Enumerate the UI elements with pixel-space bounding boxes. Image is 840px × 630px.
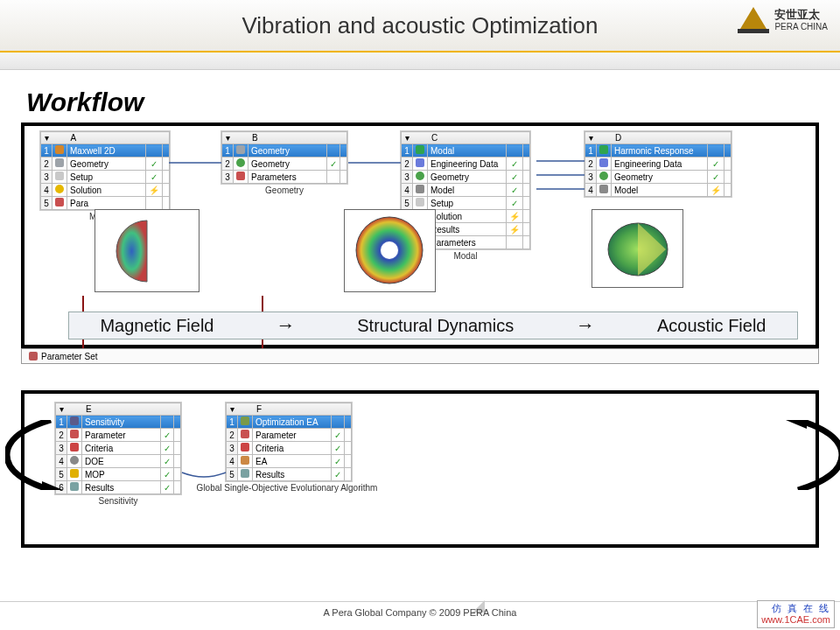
setup-icon (416, 198, 424, 206)
system-f: ▾ F 1Optimization EA 2Parameter✓ 3Criter… (226, 402, 392, 493)
section-title: Workflow (26, 88, 819, 117)
geometry-icon (599, 172, 608, 180)
footer-text: A Pera Global Company © 2009 PERA China (324, 607, 517, 618)
preview-maxwell-icon (108, 216, 186, 286)
parameters-icon (236, 172, 245, 180)
col-c: C (431, 133, 438, 143)
cell-c5: Setup (428, 197, 507, 210)
cell-e6: Results (82, 481, 161, 494)
cell-b2: Geometry (248, 158, 327, 171)
cell-e3: Criteria (82, 442, 161, 455)
mop-icon (70, 469, 79, 478)
cell-f1: Optimization EA (253, 416, 332, 429)
parameter-set-bar: Parameter Set (21, 348, 819, 364)
system-a: ▾ A 1Maxwell 2D 2Geometry✓ 3Setup✓ 4Solu… (40, 131, 170, 221)
cell-e2: Parameter (82, 429, 161, 442)
cell-e5: MOP (82, 468, 161, 481)
flow-label-2: Structural Dynamics (357, 316, 514, 336)
flow-label-3: Acoustic Field (657, 316, 766, 336)
cell-d4: Model (612, 184, 708, 197)
model-icon (599, 185, 608, 193)
col-a: A (70, 133, 76, 143)
geometry-icon (55, 158, 64, 167)
cell-a4: Solution (67, 184, 146, 197)
system-e: ▾ E 1Sensitivity 2Parameter✓ 3Criteria✓ … (55, 402, 181, 506)
logo-text: 安世亚太 PERA CHINA (774, 9, 828, 31)
watermark-title: 仿 真 在 线 (761, 603, 830, 614)
cell-f5: Results (253, 468, 332, 481)
maxwell-icon (55, 145, 64, 154)
svg-marker-6 (786, 420, 807, 429)
cell-c6: Solution (428, 210, 507, 223)
footer: A Pera Global Company © 2009 PERA China (0, 601, 840, 618)
optimization-icon (241, 416, 249, 425)
arrow-icon: → (576, 314, 595, 337)
results-icon (241, 469, 249, 478)
system-d: ▾ D 1Harmonic Response 2Engineering Data… (584, 131, 732, 197)
company-logo: 安世亚太 PERA CHINA (738, 7, 828, 33)
cell-c3: Geometry (428, 171, 507, 184)
cell-a3: Setup (67, 171, 146, 184)
workflow-bottom-box: ▾ E 1Sensitivity 2Parameter✓ 3Criteria✓ … (21, 390, 819, 548)
geometry-icon (236, 145, 245, 154)
loop-arrow-left-icon (5, 420, 66, 490)
cell-d3: Geometry (612, 171, 708, 184)
svg-marker-5 (42, 481, 63, 490)
arrow-icon: → (276, 314, 295, 337)
system-b: ▾ B 1Geometry 2Geometry✓ 3Parameters Geo… (221, 131, 347, 195)
engdata-icon (599, 158, 608, 167)
cell-c4: Model (428, 184, 507, 197)
dm-icon (236, 158, 245, 167)
cell-c8: Parameters (428, 236, 507, 249)
svg-point-1 (381, 242, 398, 259)
setup-icon (55, 172, 64, 180)
cell-f2: Parameter (253, 429, 332, 442)
cell-a5: Para (67, 197, 146, 210)
model-icon (416, 185, 424, 193)
label-e: Sensitivity (55, 496, 181, 506)
cell-d2: Engineering Data (612, 158, 708, 171)
preview-maxwell (94, 209, 200, 292)
preview-harmonic-icon (603, 216, 673, 282)
col-b: B (252, 133, 258, 143)
logo-main: 安世亚太 (774, 9, 828, 21)
criteria-icon (70, 443, 79, 452)
harmonic-icon (599, 145, 608, 154)
cell-a2: Geometry (67, 158, 146, 171)
engdata-icon (416, 158, 424, 167)
system-a-table: ▾ A 1Maxwell 2D 2Geometry✓ 3Setup✓ 4Solu… (40, 131, 170, 210)
cell-c2: Engineering Data (428, 158, 507, 171)
preview-harmonic (592, 209, 683, 288)
cell-d1: Harmonic Response (612, 144, 708, 158)
parameter-set-icon (29, 352, 38, 360)
preview-modal (344, 209, 436, 292)
results-icon (70, 482, 79, 491)
col-f: F (256, 404, 262, 414)
title-bar: Vibration and acoustic Optimization 安世亚太… (0, 0, 840, 52)
label-b: Geometry (221, 186, 347, 195)
watermark-url: www.1CAE.com (761, 614, 830, 626)
system-b-table: ▾ B 1Geometry 2Geometry✓ 3Parameters (221, 131, 347, 184)
parameter-icon (241, 430, 249, 438)
system-f-table: ▾ F 1Optimization EA 2Parameter✓ 3Criter… (226, 402, 352, 481)
watermark: 仿 真 在 线 www.1CAE.com (757, 600, 835, 628)
logo-triangle-icon (738, 7, 769, 33)
system-e-table: ▾ E 1Sensitivity 2Parameter✓ 3Criteria✓ … (55, 402, 181, 494)
parameter-set-label: Parameter Set (41, 352, 97, 361)
modal-icon (416, 145, 424, 154)
doe-icon (70, 456, 79, 465)
sub-bar (0, 52, 840, 70)
cell-c1: Modal (428, 144, 507, 158)
slide-title: Vibration and acoustic Optimization (242, 12, 598, 39)
sensitivity-icon (70, 416, 79, 425)
cell-f3: Criteria (253, 442, 332, 455)
workflow-top-box: ▾ A 1Maxwell 2D 2Geometry✓ 3Setup✓ 4Solu… (21, 122, 819, 348)
cell-b1: Geometry (248, 144, 327, 158)
geometry-icon (416, 172, 424, 180)
col-e: E (86, 404, 92, 414)
cell-e1: Sensitivity (82, 416, 161, 429)
cell-b3: Parameters (248, 171, 327, 184)
cell-a1: Maxwell 2D (67, 144, 146, 158)
label-f: Global Single-Objective Evolutionary Alg… (182, 483, 392, 493)
preview-modal-icon (353, 214, 427, 288)
